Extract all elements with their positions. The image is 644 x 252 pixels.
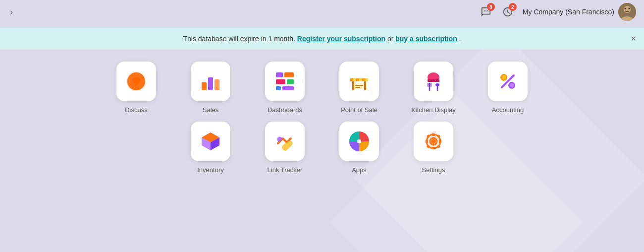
settings-label: Settings — [422, 166, 445, 174]
app-inventory[interactable]: Inventory — [178, 122, 243, 174]
messages-badge: 8 — [487, 3, 495, 11]
discuss-icon-box — [116, 62, 156, 101]
buy-subscription-link[interactable]: buy a subscription — [395, 35, 457, 43]
inventory-icon-box — [191, 122, 230, 161]
svg-point-41 — [502, 75, 506, 79]
register-subscription-link[interactable]: Register your subscription — [297, 35, 385, 43]
svg-point-48 — [357, 139, 361, 143]
svg-rect-27 — [364, 81, 366, 90]
link-tracker-icon-box — [265, 122, 305, 161]
app-dashboards[interactable]: Dashboards — [253, 62, 317, 114]
link-tracker-label: Link Tracker — [268, 166, 303, 174]
settings-icon-box — [414, 122, 453, 161]
app-settings[interactable]: Settings — [401, 122, 466, 174]
accounting-icon-box — [488, 62, 528, 101]
svg-rect-23 — [359, 78, 362, 81]
svg-rect-26 — [352, 81, 354, 90]
svg-rect-17 — [276, 86, 281, 90]
svg-rect-22 — [356, 78, 359, 81]
activity-button[interactable]: 2 — [499, 3, 517, 21]
banner-close-button[interactable]: × — [631, 34, 636, 43]
topbar-right: 8 2 My Company (San Francisco) — [477, 3, 636, 21]
svg-rect-30 — [355, 87, 360, 88]
svg-rect-12 — [215, 79, 219, 90]
app-grid: Discuss Sales — [0, 54, 644, 182]
svg-rect-18 — [282, 86, 294, 90]
inventory-label: Inventory — [197, 166, 223, 174]
svg-rect-20 — [350, 78, 353, 81]
svg-point-2 — [487, 10, 488, 11]
app-kitchen-display[interactable]: Kitchen Display — [401, 62, 466, 114]
svg-rect-32 — [428, 79, 439, 82]
svg-rect-28 — [354, 83, 364, 89]
app-apps[interactable]: Apps — [327, 122, 391, 174]
apps-row-2: Inventory Link Tracker — [178, 122, 466, 182]
app-point-of-sale[interactable]: Point of Sale — [327, 62, 391, 114]
app-sales[interactable]: Sales — [178, 62, 243, 114]
svg-rect-29 — [355, 85, 363, 86]
svg-rect-14 — [284, 72, 294, 77]
app-discuss[interactable]: Discuss — [104, 62, 168, 114]
svg-point-42 — [510, 83, 514, 87]
svg-rect-53 — [426, 140, 428, 143]
svg-point-6 — [625, 8, 626, 9]
nav-toggle-button[interactable]: › — [8, 5, 15, 19]
dashboards-label: Dashboards — [268, 106, 302, 114]
activity-badge: 2 — [509, 3, 517, 11]
svg-rect-21 — [353, 78, 356, 81]
accounting-label: Accounting — [492, 106, 524, 114]
svg-point-7 — [629, 8, 630, 9]
svg-point-0 — [483, 10, 484, 11]
svg-rect-25 — [365, 78, 368, 81]
pos-label: Point of Sale — [341, 106, 377, 114]
svg-rect-54 — [439, 140, 441, 143]
topbar: › 8 2 My Company (San Francisco) — [0, 0, 644, 24]
discuss-label: Discuss — [125, 106, 148, 114]
svg-point-59 — [431, 139, 436, 144]
expiry-banner: This database will expire in 1 month. Re… — [0, 28, 644, 50]
svg-rect-13 — [276, 72, 283, 77]
svg-rect-24 — [362, 78, 365, 81]
app-accounting[interactable]: Accounting — [476, 62, 540, 114]
sales-label: Sales — [203, 106, 219, 114]
banner-text-before: This database will expire in 1 month. — [183, 35, 295, 43]
avatar[interactable] — [618, 3, 636, 21]
svg-point-1 — [485, 10, 486, 11]
pos-icon-box — [339, 62, 379, 101]
kitchen-display-label: Kitchen Display — [411, 106, 456, 114]
dashboards-icon-box — [265, 62, 305, 101]
svg-rect-52 — [432, 147, 435, 149]
svg-rect-11 — [208, 77, 213, 90]
topbar-left: › — [8, 5, 15, 19]
svg-rect-16 — [287, 79, 294, 84]
sales-icon-box — [191, 62, 230, 101]
apps-row-1: Discuss Sales — [104, 54, 540, 122]
banner-text-after: . — [459, 35, 461, 43]
kitchen-display-icon-box — [414, 62, 453, 101]
svg-rect-51 — [432, 133, 435, 136]
company-name: My Company (San Francisco) — [523, 8, 614, 16]
banner-text-middle: or — [387, 35, 395, 43]
apps-icon-box — [339, 122, 379, 161]
svg-rect-10 — [202, 82, 207, 90]
svg-rect-15 — [276, 79, 285, 84]
app-link-tracker[interactable]: Link Tracker — [253, 122, 317, 174]
messages-button[interactable]: 8 — [477, 3, 495, 21]
apps-label: Apps — [352, 166, 367, 174]
